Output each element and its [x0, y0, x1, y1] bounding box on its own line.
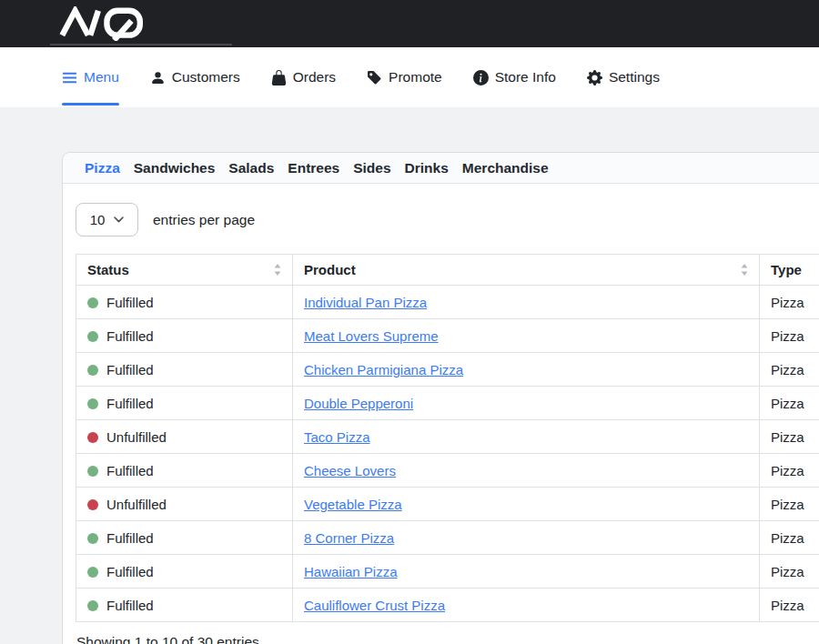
entries-per-page-label: entries per page — [153, 212, 255, 228]
nav-item-orders[interactable]: Orders — [271, 47, 336, 107]
entries-summary: Showing 1 to 10 of 30 entries — [76, 634, 819, 644]
top-bar — [0, 0, 819, 47]
status-dot — [87, 297, 98, 308]
active-nav-underline — [62, 103, 119, 106]
chevron-down-icon — [114, 216, 124, 223]
status-dot — [87, 533, 98, 544]
status-label: Fulfilled — [106, 362, 154, 377]
type-cell: Pizza — [760, 319, 819, 353]
brand-logo-icon — [56, 6, 150, 41]
gear-icon — [587, 70, 602, 86]
product-link[interactable]: Individual Pan Pizza — [304, 295, 427, 310]
status-dot — [87, 398, 98, 409]
status-label: Fulfilled — [106, 564, 154, 579]
status-dot — [87, 567, 98, 578]
tab-pizza[interactable]: Pizza — [85, 160, 120, 176]
product-link[interactable]: Chicken Parmigiana Pizza — [304, 362, 463, 377]
nav-item-label: Orders — [293, 69, 336, 86]
product-link[interactable]: Hawaiian Pizza — [304, 564, 398, 579]
tab-merchandise[interactable]: Merchandise — [462, 160, 549, 176]
product-link[interactable]: Meat Lovers Supreme — [304, 328, 439, 344]
status-dot — [87, 466, 98, 477]
type-cell: Pizza — [760, 555, 819, 589]
bag-icon — [271, 70, 287, 86]
nav-item-label: Promote — [389, 69, 442, 86]
table-row: Fulfilled Double Pepperoni Pizza — [76, 387, 819, 420]
column-label: Status — [87, 262, 129, 277]
product-link[interactable]: 8 Corner Pizza — [304, 530, 394, 546]
type-cell: Pizza — [760, 521, 819, 555]
status-dot — [87, 432, 98, 443]
nav-item-label: Settings — [609, 69, 660, 86]
column-label: Type — [771, 262, 802, 277]
nav-item-label: Customers — [172, 69, 240, 86]
status-label: Unfulfilled — [106, 497, 167, 512]
table-row: Fulfilled Chicken Parmigiana Pizza Pizza — [76, 353, 819, 387]
products-table: Status Product Type — [76, 254, 819, 622]
product-link[interactable]: Double Pepperoni — [304, 396, 413, 411]
tab-entrees[interactable]: Entrees — [288, 160, 339, 176]
status-dot — [87, 499, 98, 510]
status-label: Fulfilled — [106, 598, 154, 613]
sort-icon — [274, 264, 281, 276]
table-row: Unfulfilled Vegetable Pizza Pizza — [76, 488, 819, 521]
nav-item-promote[interactable]: Promote — [367, 47, 442, 107]
type-cell: Pizza — [760, 387, 819, 420]
status-label: Fulfilled — [106, 530, 154, 546]
tab-salads[interactable]: Salads — [228, 160, 274, 176]
category-tab-bar: Pizza Sandwiches Salads Entrees Sides Dr… — [63, 153, 819, 184]
status-dot — [87, 600, 98, 611]
product-link[interactable]: Cauliflower Crust Pizza — [304, 598, 445, 613]
status-dot — [87, 331, 98, 342]
status-label: Fulfilled — [106, 295, 154, 310]
table-row: Fulfilled Hawaiian Pizza Pizza — [76, 555, 819, 589]
logo-underline — [50, 44, 232, 45]
nav-item-store-info[interactable]: Store Info — [473, 47, 556, 107]
table-row: Fulfilled Cauliflower Crust Pizza Pizza — [76, 589, 819, 622]
column-header-status[interactable]: Status — [76, 255, 293, 286]
column-label: Product — [304, 262, 356, 277]
type-cell: Pizza — [760, 420, 819, 454]
table-row: Fulfilled Individual Pan Pizza Pizza — [76, 286, 819, 319]
card-body: 10 entries per page Status — [63, 184, 819, 644]
status-dot — [87, 365, 98, 376]
page-size-select[interactable]: 10 — [76, 203, 138, 236]
product-link[interactable]: Vegetable Pizza — [304, 497, 402, 512]
tab-drinks[interactable]: Drinks — [405, 160, 449, 176]
nav-item-menu[interactable]: Menu — [62, 47, 119, 107]
tab-sides[interactable]: Sides — [353, 160, 390, 176]
main-content: Pizza Sandwiches Salads Entrees Sides Dr… — [0, 107, 819, 644]
table-row: Fulfilled 8 Corner Pizza Pizza — [76, 521, 819, 555]
type-cell: Pizza — [760, 286, 819, 319]
nav-item-settings[interactable]: Settings — [587, 47, 660, 107]
tag-icon — [367, 70, 382, 86]
product-link[interactable]: Cheese Lovers — [304, 463, 396, 478]
nav-item-label: Store Info — [495, 69, 556, 86]
status-label: Fulfilled — [106, 396, 154, 411]
nav-item-label: Menu — [84, 69, 119, 86]
type-cell: Pizza — [760, 589, 819, 622]
status-label: Fulfilled — [106, 328, 154, 344]
status-label: Fulfilled — [106, 463, 154, 478]
column-header-type[interactable]: Type — [760, 255, 819, 286]
person-icon — [150, 70, 166, 86]
nav-item-customers[interactable]: Customers — [150, 47, 240, 107]
menu-card: Pizza Sandwiches Salads Entrees Sides Dr… — [62, 152, 819, 644]
sort-icon — [741, 264, 748, 276]
table-row: Unfulfilled Taco Pizza Pizza — [76, 420, 819, 454]
type-cell: Pizza — [760, 353, 819, 387]
page-size-value: 10 — [90, 212, 106, 227]
table-header-row: Status Product Type — [76, 255, 819, 286]
menu-icon — [62, 70, 77, 86]
type-cell: Pizza — [760, 454, 819, 488]
main-navbar: Menu Customers Orders Promote Store Info… — [0, 47, 819, 107]
tab-sandwiches[interactable]: Sandwiches — [134, 160, 216, 176]
product-link[interactable]: Taco Pizza — [304, 429, 370, 445]
entries-per-page-row: 10 entries per page — [76, 203, 819, 236]
status-label: Unfulfilled — [106, 429, 167, 445]
type-cell: Pizza — [760, 488, 819, 521]
table-row: Fulfilled Meat Lovers Supreme Pizza — [76, 319, 819, 353]
info-icon — [473, 70, 489, 86]
table-row: Fulfilled Cheese Lovers Pizza — [76, 454, 819, 488]
column-header-product[interactable]: Product — [293, 255, 760, 286]
